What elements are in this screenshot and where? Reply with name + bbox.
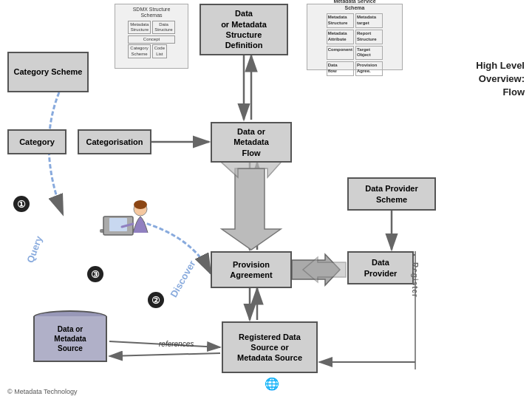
categorisation-box: Categorisation — [78, 129, 151, 154]
category-box: Category — [7, 129, 66, 154]
diagram-container: SDMX StructureSchemas MetadataStructure … — [0, 0, 532, 399]
structure-def-label: Dataor MetadataStructureDefinition — [221, 8, 267, 50]
sdmx-structure-box: SDMX StructureSchemas MetadataStructure … — [115, 4, 188, 69]
data-provider-box: DataProvider — [347, 251, 414, 284]
category-scheme-box: Category Scheme — [7, 52, 89, 92]
dm-source-label: Data orMetadataSource — [54, 324, 86, 353]
structure-def-box: Dataor MetadataStructureDefinition — [200, 4, 288, 55]
data-flow-box: Data orMetadataFlow — [211, 122, 292, 163]
step-3-circle: ③ — [87, 266, 103, 282]
dp-scheme-box: Data ProviderScheme — [347, 177, 436, 211]
svg-marker-18 — [222, 168, 281, 250]
high-level-label: High LevelOverview:Flow — [476, 59, 525, 100]
svg-marker-9 — [292, 254, 340, 285]
step-2-num: ② — [151, 295, 160, 306]
discover-label: Discover — [168, 259, 197, 299]
category-scheme-label: Category Scheme — [14, 66, 83, 77]
provision-label: Provision Agreement — [215, 259, 287, 281]
person-figure — [96, 188, 155, 255]
categorisation-label: Categorisation — [86, 137, 143, 147]
top-right-diagram-box: Metadata ServiceSchema MetadataStructure… — [307, 4, 403, 70]
top-right-diagram-content: Metadata ServiceSchema MetadataStructure… — [327, 0, 383, 76]
svg-point-24 — [134, 200, 147, 209]
dp-scheme-label: Data ProviderScheme — [365, 183, 418, 205]
step-3-num: ③ — [91, 269, 100, 280]
category-label: Category — [19, 137, 55, 147]
sdmx-inner-text: SDMX StructureSchemas MetadataStructure … — [128, 7, 174, 58]
dm-source-body: Data orMetadataSource — [33, 316, 107, 362]
step-2-circle: ② — [148, 292, 164, 308]
data-provider-label: DataProvider — [364, 257, 398, 279]
copyright-label: © Metadata Technology — [7, 388, 78, 395]
provision-box: Provision Agreement — [211, 251, 292, 288]
svg-rect-22 — [109, 218, 127, 231]
globe-icon: 🌐 — [265, 377, 279, 391]
register-label: Register — [411, 262, 419, 298]
svg-marker-10 — [303, 257, 346, 282]
step-1-num: ① — [17, 199, 26, 210]
step-1-circle: ① — [13, 196, 30, 212]
reg-source-box: Registered DataSource orMetadata Source — [222, 321, 318, 373]
reg-source-label: Registered DataSource orMetadata Source — [237, 332, 302, 364]
references-label: references — [159, 340, 194, 348]
data-flow-label: Data orMetadataFlow — [233, 126, 269, 158]
svg-line-14 — [109, 353, 220, 356]
query-label: Query — [24, 234, 44, 264]
